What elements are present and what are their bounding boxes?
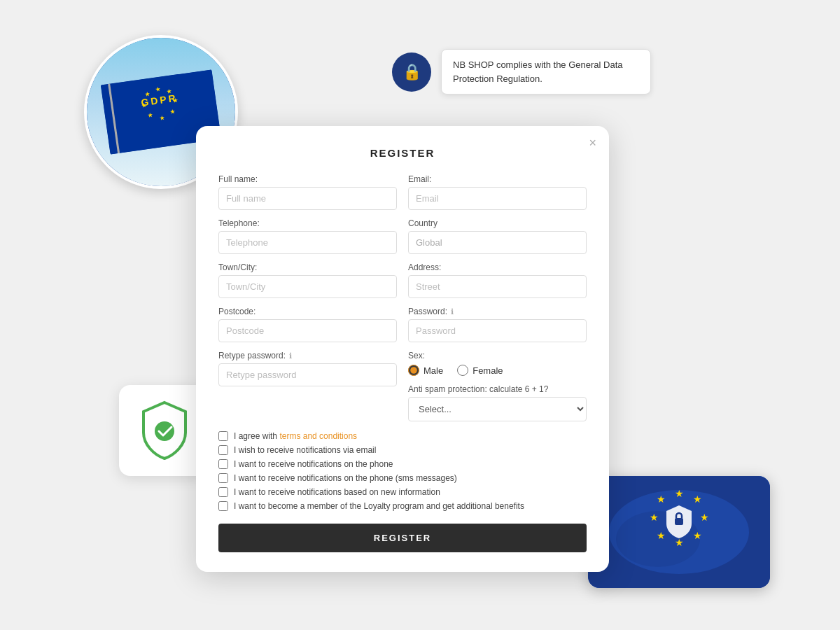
female-label: Female <box>472 365 503 376</box>
checkbox-phone-label: I want to receive notifications on the p… <box>234 459 393 469</box>
address-group: Address: <box>408 262 587 298</box>
svg-text:★: ★ <box>172 97 178 104</box>
retype-password-group: Retype password: ℹ <box>218 351 397 421</box>
male-radio[interactable] <box>408 365 419 376</box>
svg-text:★: ★ <box>693 530 702 541</box>
terms-text: I agree with terms and conditions <box>234 431 357 441</box>
eu-badge-svg: ★ ★ ★ ★ ★ ★ ★ ★ <box>588 476 770 588</box>
svg-text:★: ★ <box>166 88 172 95</box>
checkboxes-section: I agree with terms and conditions I wish… <box>218 431 587 511</box>
retype-password-label: Retype password: ℹ <box>218 351 397 360</box>
country-label: Country <box>408 218 587 228</box>
gdpr-tooltip-container: 🔒 NB SHOP complies with the General Data… <box>392 49 651 94</box>
sex-radio-row: Male Female <box>408 365 587 376</box>
postcode-label: Postcode: <box>218 307 397 316</box>
svg-text:★: ★ <box>700 512 709 523</box>
close-button[interactable]: × <box>589 136 596 150</box>
checkbox-newinfo-label: I want to receive notifications based on… <box>234 487 440 497</box>
svg-text:★: ★ <box>159 114 165 122</box>
postcode-input[interactable] <box>218 319 397 342</box>
antispam-group: Anti spam protection: calculate 6 + 1? S… <box>408 384 587 421</box>
svg-text:★: ★ <box>144 90 150 98</box>
checkbox-email-label: I wish to receive notifications via emai… <box>234 445 376 455</box>
street-input[interactable] <box>408 275 587 298</box>
telephone-input[interactable] <box>218 231 397 254</box>
full-name-input[interactable] <box>218 187 397 210</box>
checkbox-row-sms: I want to receive notifications on the p… <box>218 473 587 483</box>
register-button[interactable]: REGISTER <box>218 524 587 552</box>
telephone-label: Telephone: <box>218 218 397 228</box>
checkbox-row-email: I wish to receive notifications via emai… <box>218 445 587 455</box>
register-form: Full name: Email: Telephone: Country Tow… <box>218 174 587 421</box>
telephone-group: Telephone: <box>218 218 397 254</box>
checkbox-terms[interactable] <box>218 431 228 441</box>
country-group: Country <box>408 218 587 254</box>
email-group: Email: <box>408 174 587 210</box>
password-input[interactable] <box>408 319 587 342</box>
male-option[interactable]: Male <box>408 365 443 376</box>
checkbox-sms-notifications[interactable] <box>218 473 228 483</box>
full-name-group: Full name: <box>218 174 397 210</box>
svg-text:★: ★ <box>657 530 666 541</box>
svg-text:★: ★ <box>675 488 684 499</box>
town-input[interactable] <box>218 275 397 298</box>
register-modal: × REGISTER Full name: Email: Telephone: … <box>196 126 609 572</box>
checkbox-loyalty-label: I want to become a member of the Loyalty… <box>234 501 524 511</box>
antispam-label: Anti spam protection: calculate 6 + 1? <box>408 384 587 394</box>
password-label: Password: ℹ <box>408 307 587 316</box>
antispam-select[interactable]: Select... 7 6 5 <box>408 397 587 421</box>
retype-password-input[interactable] <box>218 363 397 386</box>
svg-text:★: ★ <box>650 512 659 523</box>
password-info-icon: ℹ <box>451 307 454 316</box>
town-label: Town/City: <box>218 262 397 272</box>
svg-text:★: ★ <box>657 493 666 505</box>
gdpr-tooltip-text: NB SHOP complies with the General Data P… <box>453 59 623 84</box>
checkbox-row-loyalty: I want to become a member of the Loyalty… <box>218 501 587 511</box>
postcode-group: Postcode: <box>218 307 397 342</box>
email-input[interactable] <box>408 187 587 210</box>
female-radio[interactable] <box>457 365 468 376</box>
sex-group: Sex: Male Female <box>408 351 587 376</box>
checkbox-row-newinfo: I want to receive notifications based on… <box>218 487 587 497</box>
sex-spam-column: Sex: Male Female Anti spam protection: c… <box>408 351 587 421</box>
checkbox-email-notifications[interactable] <box>218 445 228 455</box>
address-label: Address: <box>408 262 587 272</box>
checkbox-row-phone: I want to receive notifications on the p… <box>218 459 587 469</box>
checkbox-phone-notifications[interactable] <box>218 459 228 469</box>
checkbox-sms-label: I want to receive notifications on the p… <box>234 473 457 483</box>
email-label: Email: <box>408 174 587 184</box>
full-name-label: Full name: <box>218 174 397 184</box>
country-input[interactable] <box>408 231 587 254</box>
retype-password-info-icon: ℹ <box>289 351 292 360</box>
svg-text:★: ★ <box>675 537 684 548</box>
svg-rect-23 <box>675 518 683 525</box>
modal-title: REGISTER <box>218 147 587 159</box>
checkbox-new-info[interactable] <box>218 487 228 497</box>
town-group: Town/City: <box>218 262 397 298</box>
svg-text:★: ★ <box>169 108 175 115</box>
terms-link[interactable]: terms and conditions <box>279 431 357 441</box>
checkbox-loyalty[interactable] <box>218 501 228 511</box>
svg-text:★: ★ <box>141 102 147 109</box>
svg-point-11 <box>155 421 174 441</box>
eu-gdpr-badge: ★ ★ ★ ★ ★ ★ ★ ★ <box>588 476 770 588</box>
male-label: Male <box>424 365 443 376</box>
password-group: Password: ℹ <box>408 307 587 342</box>
svg-text:★: ★ <box>155 85 161 93</box>
shield-icon <box>136 399 192 462</box>
lock-icon: 🔒 <box>392 52 431 92</box>
svg-text:★: ★ <box>693 493 702 505</box>
sex-label: Sex: <box>408 351 587 360</box>
svg-text:★: ★ <box>147 111 153 119</box>
gdpr-tooltip: NB SHOP complies with the General Data P… <box>441 49 651 94</box>
female-option[interactable]: Female <box>457 365 503 376</box>
checkbox-row-terms: I agree with terms and conditions <box>218 431 587 441</box>
